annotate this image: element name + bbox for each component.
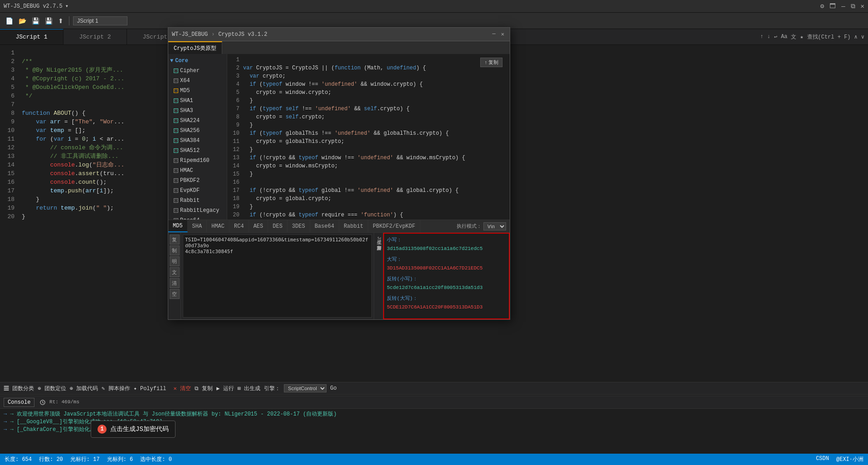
hash-input-area: TSID=T10046047408&appid=16073360&timesta… <box>181 233 374 319</box>
tree-item-pbkdf2[interactable]: □ PBKDF2 <box>168 176 227 186</box>
crypto-window-titlebar: WT-JS_DEBUG › CryptoJS v3.1.2 — ✕ <box>168 28 510 41</box>
run-btn[interactable]: ▶ 运行 <box>216 385 234 392</box>
title-bar-left: WT-JS_DEBUG v2.7.5 ▾ <box>4 3 68 10</box>
tree-item-sha256[interactable]: □ SHA256 <box>168 126 227 136</box>
clear-btn[interactable]: ✕ 清空 <box>174 385 191 392</box>
upload-btn[interactable]: ⬆ <box>56 16 65 25</box>
crypto-subtitle: CryptoJS v3.1.2 <box>218 31 267 38</box>
uppercase-label: 大写： <box>387 256 506 263</box>
move-down-icon[interactable]: ↓ <box>767 34 770 40</box>
copy-top-btn[interactable]: ↑ 复制 <box>480 58 502 67</box>
tree-item-rabbit[interactable]: □ Rabbit <box>168 196 227 206</box>
hash-input-field[interactable]: TSID=T10046047408&appid=16073360&timesta… <box>183 235 372 318</box>
tree-item-sha384[interactable]: □ SHA384 <box>168 136 227 146</box>
tooltip-text: 点击生成JS加密代码 <box>110 425 169 433</box>
generate-btn[interactable]: ⊞ 出生成 <box>238 385 260 392</box>
save-btn[interactable]: 💾 <box>30 16 41 25</box>
rt-label: Rt: 469/ms <box>40 399 79 405</box>
empty-side-btn[interactable]: 空 <box>170 289 180 299</box>
font-zh-icon[interactable]: 文 <box>791 33 796 41</box>
new-file-btn[interactable]: 📄 <box>4 16 15 25</box>
tree-item-sha1[interactable]: □ SHA1 <box>168 96 227 106</box>
crypto-subtab-prototype[interactable]: CryptoJS类原型 <box>168 41 222 54</box>
minimize-btn[interactable]: — <box>841 3 845 10</box>
bubble-number: 1 <box>98 425 107 434</box>
mode-select[interactable]: \r\n <box>483 222 506 230</box>
dropdown-icon[interactable]: ▾ <box>65 3 68 10</box>
font-aa-icon[interactable]: Aa <box>781 34 787 40</box>
script-op-btn[interactable]: ✎ 脚本操作 <box>102 385 130 392</box>
hash-tab-md5[interactable]: MD5 <box>168 220 188 232</box>
tab-jscript2[interactable]: JScript 2 <box>63 29 127 44</box>
copy2-side-btn[interactable]: 制 <box>170 245 180 255</box>
hash-side-btns: 复 制 明 文 清 空 <box>168 233 181 319</box>
text-side-btn[interactable]: 文 <box>170 267 180 277</box>
console-tab[interactable]: Console <box>4 398 34 407</box>
jscript-selector[interactable] <box>73 16 127 25</box>
tree-item-sha3[interactable]: □ SHA3 <box>168 106 227 116</box>
tree-item-sha224[interactable]: □ SHA224 <box>168 116 227 126</box>
tree-item-ripemd160[interactable]: □ Ripemd160 <box>168 156 227 166</box>
plaintext-side-btn[interactable]: 明 <box>170 256 180 266</box>
tree-item-hmac[interactable]: □ HMAC <box>168 166 227 176</box>
copy-side-btn[interactable]: 复 <box>170 235 180 245</box>
line-status: 行数: 20 <box>39 455 63 463</box>
load-code-btn[interactable]: ⊕ 加载代码 <box>70 385 98 392</box>
app-title: WT-JS_DEBUG v2.7.5 <box>4 3 63 10</box>
crypto-min-btn[interactable]: — <box>491 31 497 38</box>
uppercase-value: 3D15AD3135008F02CC1A1A6C7D21EDC5 <box>387 265 506 272</box>
find-up-icon[interactable]: ∧ <box>854 34 858 40</box>
status-bar-right: CSDN @EXI·小洲 <box>816 455 863 463</box>
restore-btn[interactable]: ⧉ <box>851 3 855 10</box>
crypto-window: WT-JS_DEBUG › CryptoJS v3.1.2 — ✕ Crypto… <box>168 27 510 320</box>
find-btn[interactable]: 查找(Ctrl + F) <box>807 33 851 41</box>
trigger-select[interactable]: ScriptControl <box>284 384 327 392</box>
hash-tab-pbkdf2[interactable]: PBKDF2/EvpKDF <box>368 220 420 232</box>
group-locate-btn[interactable]: ⊕ 团数定位 <box>38 385 66 392</box>
tab-jscript1[interactable]: JScript 1 <box>0 29 63 44</box>
find-down-icon[interactable]: ∨ <box>861 34 864 40</box>
settings-icon[interactable]: ⚙ <box>820 2 824 10</box>
hash-tab-rc4[interactable]: RC4 <box>229 220 249 232</box>
hash-tab-des[interactable]: DES <box>268 220 288 232</box>
cursor-line-status: 光标行: 17 <box>70 455 100 463</box>
csdn-label: CSDN <box>816 455 829 463</box>
star-icon[interactable]: ★ <box>800 34 803 40</box>
hash-tab-base64[interactable]: Base64 <box>310 220 339 232</box>
copy-btn[interactable]: ⧉ 复制 <box>195 385 213 392</box>
reverse-lc-value: 5cde12d7c6a1a1cc20f8005313da51d3 <box>387 284 506 291</box>
move-up-icon[interactable]: ↑ <box>760 34 763 40</box>
tree-item-core[interactable]: ▼ Core <box>168 56 227 66</box>
group-classify-btn[interactable]: ☰ 团数分类 <box>4 385 34 392</box>
tree-item-md5[interactable]: □ MD5 <box>168 86 227 96</box>
crypto-close-btn[interactable]: ✕ <box>499 31 506 38</box>
hash-tab-aes[interactable]: AES <box>249 220 268 232</box>
go-btn[interactable]: Go <box>330 385 336 392</box>
hash-tab-hmac[interactable]: HMAC <box>207 220 229 232</box>
hash-tab-3des[interactable]: 3DES <box>288 220 310 232</box>
open-file-btn[interactable]: 📂 <box>17 16 28 25</box>
toolbar: 📄 📂 💾 💾 ⬆ <box>0 13 868 29</box>
close-btn[interactable]: ✕ <box>861 2 864 10</box>
tree-item-base64[interactable]: □ Base64 <box>168 215 227 220</box>
tree-item-x64[interactable]: □ X64 <box>168 76 227 86</box>
window-icon[interactable]: 🗖 <box>829 3 836 10</box>
generate-script-btn[interactable]: 生成JS加密方案脚本 <box>375 235 383 244</box>
tree-item-rabbit-legacy[interactable]: □ RabbitLegacy <box>168 206 227 215</box>
tree-item-cipher[interactable]: □ Cipher <box>168 66 227 76</box>
length-status: 长度: 654 <box>5 455 32 463</box>
hash-tab-sha[interactable]: SHA <box>188 220 207 232</box>
tree-item-evpkdf[interactable]: □ EvpKDF <box>168 186 227 196</box>
cipher-icon: □ <box>174 69 178 73</box>
reverse-uc-value: 5CDE12D7C6A1A1CC20F8005313DA51D3 <box>387 304 506 311</box>
save-all-btn[interactable]: 💾 <box>43 16 54 25</box>
status-bar: 长度: 654 行数: 20 光标行: 17 光标列: 6 选中长度: 0 CS… <box>0 454 868 465</box>
hash-tab-rabbit[interactable]: Rabbit <box>339 220 368 232</box>
sha512-icon: □ <box>174 148 178 153</box>
crypto-subtab: CryptoJS类原型 <box>168 41 510 54</box>
tree-item-sha512[interactable]: □ SHA512 <box>168 146 227 156</box>
crypto-code-view[interactable]: ↑ 复制 12345 678910 1112131415 1617181920 … <box>227 54 510 220</box>
polyfill-btn[interactable]: ✦ Polyfill <box>134 385 166 392</box>
clear-side-btn[interactable]: 清 <box>170 278 180 288</box>
wrap-icon[interactable]: ↩ <box>774 34 777 40</box>
